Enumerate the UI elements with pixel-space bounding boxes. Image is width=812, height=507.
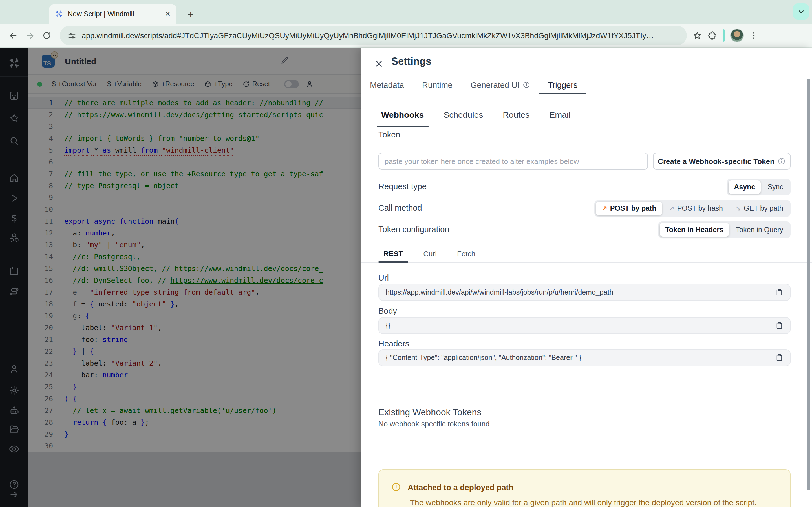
clipboard-copy-icon[interactable]	[775, 288, 783, 296]
clipboard-copy-icon[interactable]	[775, 354, 783, 362]
browser-tabstrip: New Script | Windmill ✕ ＋	[0, 0, 812, 24]
window-chevron-button[interactable]	[793, 3, 809, 20]
settings-tabs: Metadata Runtime Generated UI Triggers	[361, 76, 812, 94]
url-bar[interactable]: app.windmill.dev/scripts/add#JTdCJTIyaGF…	[60, 26, 687, 45]
call-method-get-by-path[interactable]: ↘ GET by path	[730, 202, 789, 215]
existing-tokens-title: Existing Webhook Tokens	[378, 407, 481, 417]
alert-title: Attached to a deployed path	[408, 483, 513, 492]
bookmark-star-icon[interactable]	[693, 31, 702, 40]
existing-tokens-empty: No webhook specific tokens found	[378, 420, 490, 428]
forward-button[interactable]	[21, 27, 38, 44]
extensions-puzzle-icon[interactable]	[708, 31, 717, 40]
call-method-post-by-path[interactable]: ↗ POST by path	[596, 202, 662, 215]
windmill-favicon-icon	[55, 10, 63, 18]
drawer-scrollbar[interactable]	[807, 79, 810, 490]
token-input[interactable]	[378, 153, 648, 170]
trigger-subtabs: Webhooks Schedules Routes Email	[361, 102, 812, 127]
back-button[interactable]	[4, 27, 21, 44]
toolbar-divider	[723, 29, 725, 42]
tab-close-icon[interactable]: ✕	[165, 10, 171, 18]
url-text: app.windmill.dev/scripts/add#JTdCJTIyaGF…	[82, 31, 679, 40]
deployed-path-alert: Attached to a deployed path The webhooks…	[378, 469, 791, 507]
screen: New Script | Windmill ✕ ＋ app.windmill.d…	[0, 0, 812, 507]
arrow-up-right-icon: ↗	[602, 205, 607, 212]
info-icon	[522, 81, 530, 89]
close-icon[interactable]	[373, 58, 385, 69]
arrow-up-right-icon: ↗	[669, 205, 674, 212]
request-type-sync[interactable]: Sync	[762, 180, 789, 194]
token-in-query[interactable]: Token in Query	[730, 223, 789, 237]
modal-dim-overlay[interactable]	[0, 48, 361, 507]
tab-metadata[interactable]: Metadata	[361, 76, 413, 94]
create-webhook-token-button[interactable]: Create a Webhook-specific Token	[653, 153, 791, 170]
alert-circle-icon	[391, 482, 401, 492]
subtab-email[interactable]: Email	[545, 102, 575, 127]
windmill-app: TS Untitled $ +Context Var $ +Variable	[0, 48, 812, 507]
profile-avatar[interactable]	[730, 29, 744, 42]
request-type-toggle: Async Sync	[726, 179, 791, 195]
clipboard-copy-icon[interactable]	[775, 322, 783, 330]
tab-triggers[interactable]: Triggers	[539, 76, 587, 94]
token-in-headers[interactable]: Token in Headers	[659, 223, 729, 237]
request-type-label: Request type	[378, 182, 426, 191]
tab-generated-ui[interactable]: Generated UI	[462, 76, 539, 94]
arrow-down-right-icon: ↘	[735, 205, 741, 212]
reload-button[interactable]	[38, 27, 55, 44]
url-field[interactable]: https://app.windmill.dev/api/w/windmill-…	[378, 284, 791, 301]
subtab-schedules[interactable]: Schedules	[439, 102, 488, 127]
snippet-tab-curl[interactable]: Curl	[418, 246, 442, 262]
call-method-toggle: ↗ POST by path ↗ POST by hash ↘ GET by p…	[594, 200, 791, 217]
body-field[interactable]: {}	[378, 317, 791, 334]
subtab-routes[interactable]: Routes	[498, 102, 534, 127]
menu-kebab-icon[interactable]	[749, 31, 758, 40]
tab-runtime[interactable]: Runtime	[413, 76, 462, 94]
new-tab-button[interactable]: ＋	[183, 7, 198, 21]
snippet-tabs: REST Curl Fetch	[361, 246, 812, 263]
browser-toolbar: app.windmill.dev/scripts/add#JTdCJTIyaGF…	[0, 24, 812, 48]
tab-title: New Script | Windmill	[68, 10, 160, 18]
alert-text: The webhooks are only valid for a given …	[410, 498, 779, 507]
request-type-async[interactable]: Async	[728, 180, 761, 194]
info-icon	[778, 157, 786, 165]
url-label: Url	[378, 273, 389, 282]
token-config-label: Token configuration	[378, 225, 449, 234]
body-label: Body	[378, 306, 397, 316]
call-method-post-by-hash[interactable]: ↗ POST by hash	[663, 202, 728, 215]
subtab-webhooks[interactable]: Webhooks	[377, 102, 428, 127]
drawer-title: Settings	[391, 56, 432, 68]
snippet-tab-fetch[interactable]: Fetch	[452, 246, 480, 262]
site-settings-icon[interactable]	[68, 31, 76, 40]
call-method-label: Call method	[378, 203, 422, 212]
headers-label: Headers	[378, 339, 409, 348]
settings-drawer: Settings Metadata Runtime Generated UI T…	[361, 48, 812, 507]
chevron-down-icon	[797, 8, 805, 15]
browser-tab[interactable]: New Script | Windmill ✕	[49, 4, 176, 24]
token-label: Token	[378, 130, 400, 139]
headers-field[interactable]: { "Content-Type": "application/json", "A…	[378, 349, 791, 366]
snippet-tab-rest[interactable]: REST	[378, 246, 408, 262]
token-config-toggle: Token in Headers Token in Query	[658, 221, 791, 238]
